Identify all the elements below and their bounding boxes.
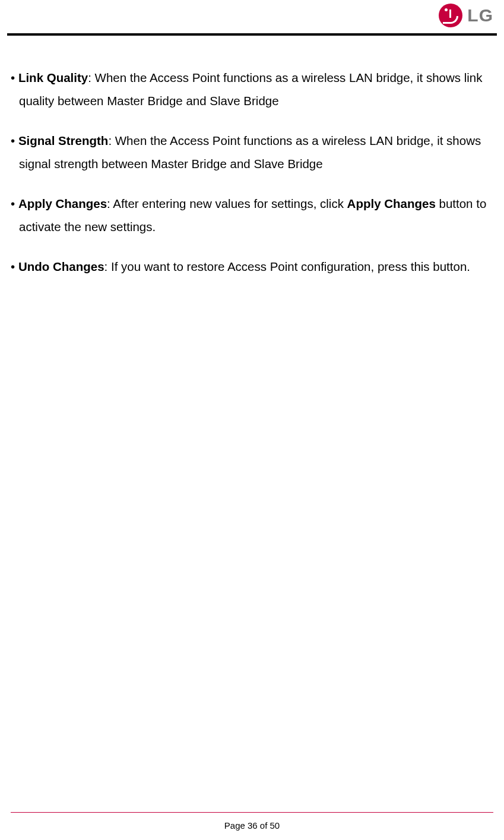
text-signal-strength-2: signal strength between Master Bridge an… [11, 153, 493, 176]
text-apply-changes-1: : After entering new values for settings… [107, 197, 347, 210]
term-link-quality: Link Quality [18, 71, 88, 84]
bullet-icon: • [11, 260, 15, 273]
text-link-quality-2: quality between Master Bridge and Slave … [11, 90, 493, 113]
bullet-item-link-quality: • Link Quality: When the Access Point fu… [11, 67, 493, 113]
text-signal-strength-1: : When the Access Point functions as a w… [108, 134, 481, 147]
bullet-item-signal-strength: • Signal Strength: When the Access Point… [11, 130, 493, 176]
lg-logo: LG [439, 4, 493, 27]
page-header: LG [0, 0, 504, 34]
text-undo-changes-1: : If you want to restore Access Point co… [104, 260, 470, 273]
inline-bold-apply-changes: Apply Changes [347, 197, 436, 210]
bullet-icon: • [11, 71, 15, 84]
footer-divider [11, 812, 493, 813]
bullet-item-apply-changes: • Apply Changes: After entering new valu… [11, 192, 493, 239]
lg-logo-text: LG [467, 5, 493, 26]
header-divider [7, 33, 497, 36]
lg-logo-icon [439, 4, 462, 27]
text-apply-changes-3: activate the new settings. [11, 216, 493, 239]
bullet-item-undo-changes: • Undo Changes: If you want to restore A… [11, 255, 493, 279]
text-apply-changes-2: button to [436, 197, 486, 210]
body-content: • Link Quality: When the Access Point fu… [11, 67, 493, 295]
term-signal-strength: Signal Strength [18, 134, 108, 147]
page-number: Page 36 of 50 [0, 820, 504, 830]
text-link-quality-1: : When the Access Point functions as a w… [88, 71, 482, 84]
term-undo-changes: Undo Changes [18, 260, 104, 273]
bullet-icon: • [11, 197, 15, 210]
term-apply-changes: Apply Changes [18, 197, 107, 210]
bullet-icon: • [11, 134, 15, 147]
document-page: LG • Link Quality: When the Access Point… [0, 0, 504, 840]
